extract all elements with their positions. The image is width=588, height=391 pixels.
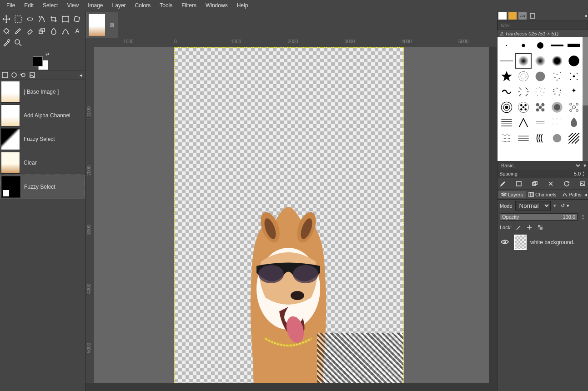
menu-windows[interactable]: Windows (201, 0, 232, 10)
swap-colors-icon[interactable]: ⇄ (45, 52, 49, 57)
menu-layer[interactable]: Layer (108, 0, 131, 10)
layer-opacity-spinner[interactable]: ▴▾ (580, 214, 586, 220)
svg-point-43 (559, 72, 560, 73)
paintbrush-tool-icon[interactable] (13, 25, 24, 36)
smudge-tool-icon[interactable] (48, 25, 59, 36)
document-history-tab-icon[interactable] (528, 12, 537, 20)
layer-name[interactable]: white background. (530, 239, 574, 246)
channels-tab[interactable]: Channels (526, 191, 559, 198)
fonts-tab-icon[interactable]: Aa (518, 12, 527, 20)
image-tab[interactable]: ⊠ (86, 12, 118, 38)
brush-spacing-spinner[interactable]: ▴▾ (581, 170, 586, 177)
right-dock-config-upper-icon[interactable]: ◂ (584, 13, 587, 19)
bucket-fill-tool-icon[interactable] (1, 25, 12, 36)
layer-thumbnail[interactable] (514, 235, 527, 250)
brushes-tab-icon[interactable] (498, 12, 507, 20)
patterns-tab-icon[interactable] (508, 12, 517, 20)
layer-item[interactable]: white background. (498, 233, 588, 252)
open-brush-as-image-icon[interactable] (578, 180, 587, 188)
history-item[interactable]: [ Base Image ] (0, 80, 85, 104)
lock-pixels-icon[interactable] (514, 223, 523, 231)
menu-colors[interactable]: Colors (131, 0, 156, 10)
svg-point-10 (68, 33, 69, 35)
svg-line-113 (572, 136, 579, 143)
svg-point-90 (554, 104, 560, 110)
layer-mode-select[interactable]: Normal (515, 201, 551, 211)
path-tool-icon[interactable] (60, 25, 71, 36)
brush-grid[interactable]: ✦ (498, 37, 583, 161)
svg-line-106 (556, 123, 558, 125)
layer-list: white background. (498, 233, 588, 391)
canvas-viewport[interactable] (95, 47, 489, 383)
right-dock-config-lower-icon[interactable]: ◂ (584, 191, 587, 198)
free-select-tool-icon[interactable] (25, 14, 35, 25)
transform-tool-icon[interactable] (60, 14, 71, 25)
paths-tab[interactable]: Paths (559, 191, 584, 198)
svg-rect-124 (540, 227, 543, 230)
zoom-tool-icon[interactable] (13, 37, 24, 48)
menu-edit[interactable]: Edit (20, 0, 38, 10)
svg-point-60 (541, 88, 542, 89)
image-canvas[interactable] (174, 47, 404, 383)
menu-filters[interactable]: Filters (177, 0, 201, 10)
svg-line-54 (519, 94, 521, 96)
menu-file[interactable]: File (2, 0, 20, 10)
svg-point-27 (506, 45, 507, 46)
menu-tools[interactable]: Tools (155, 0, 177, 10)
rect-select-tool-icon[interactable] (13, 14, 24, 25)
brush-grid-scrollbar[interactable] (583, 37, 588, 161)
svg-text:✦: ✦ (571, 87, 577, 94)
history-item[interactable]: Fuzzy Select (0, 175, 85, 199)
brush-preset-select[interactable]: Basic, (498, 161, 582, 170)
layer-mode-switch-icon[interactable]: ▾ (567, 203, 569, 209)
svg-point-45 (558, 78, 559, 79)
tool-options-tab-icon[interactable] (1, 71, 9, 79)
image-tab-thumbnail (89, 14, 105, 36)
move-tool-icon[interactable] (1, 14, 12, 25)
edit-brush-icon[interactable] (498, 180, 508, 188)
menu-image[interactable]: Image (83, 0, 107, 10)
brush-filter-input[interactable] (498, 21, 588, 30)
warp-tool-icon[interactable] (72, 14, 83, 25)
duplicate-brush-icon[interactable] (530, 180, 539, 188)
device-status-tab-icon[interactable] (10, 71, 18, 79)
menu-select[interactable]: Select (38, 0, 62, 10)
text-tool-icon[interactable]: A (72, 25, 83, 36)
layer-visibility-icon[interactable] (499, 239, 510, 246)
toolbox: A (0, 11, 85, 51)
history-item[interactable]: Add Alpha Channel (0, 104, 85, 127)
scrollbar-horizontal[interactable] (85, 383, 497, 391)
svg-point-48 (570, 73, 571, 74)
foreground-color-swatch[interactable] (33, 56, 43, 66)
close-tab-icon[interactable]: ⊠ (108, 21, 116, 29)
history-item[interactable]: Clear (0, 151, 85, 175)
refresh-brushes-icon[interactable] (562, 180, 571, 188)
svg-point-13 (15, 40, 20, 44)
fuzzy-select-tool-icon[interactable] (36, 14, 47, 25)
menu-view[interactable]: View (62, 0, 83, 10)
ruler-horizontal[interactable]: -1000010002000300040005000 (95, 38, 489, 47)
crop-tool-icon[interactable] (48, 14, 59, 25)
svg-marker-37 (501, 71, 512, 81)
brush-action-row (498, 178, 588, 190)
layers-tab[interactable]: Layers (498, 191, 526, 198)
layer-opacity-slider[interactable]: Opacity 100.0 (500, 213, 578, 221)
delete-brush-icon[interactable] (546, 180, 555, 188)
history-item[interactable]: Fuzzy Select (0, 127, 85, 151)
left-dock-config-icon[interactable]: ◂ (78, 72, 84, 78)
svg-point-36 (568, 55, 579, 66)
undo-history-tab-icon[interactable] (19, 71, 27, 79)
lock-alpha-icon[interactable] (536, 223, 544, 231)
ruler-vertical[interactable]: 10002000300040005000 (85, 47, 95, 383)
clone-tool-icon[interactable] (36, 25, 47, 36)
eraser-tool-icon[interactable] (25, 25, 35, 36)
layer-mode-reset-icon[interactable]: ↺ (561, 203, 565, 209)
svg-point-34 (535, 55, 545, 66)
lock-position-icon[interactable] (525, 223, 533, 231)
images-tab-icon[interactable] (28, 71, 36, 79)
color-picker-tool-icon[interactable] (1, 37, 12, 48)
scrollbar-vertical[interactable] (489, 47, 497, 383)
brush-spacing-value[interactable]: 5.0 (574, 171, 581, 176)
new-brush-icon[interactable] (514, 180, 523, 188)
menu-help[interactable]: Help (232, 0, 253, 10)
